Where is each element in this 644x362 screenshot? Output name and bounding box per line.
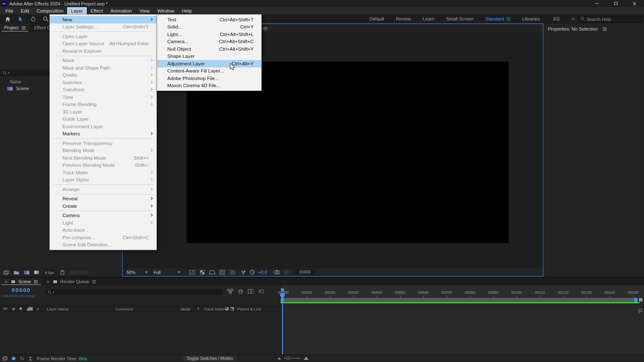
current-time-field[interactable]: 00000	[12, 287, 31, 293]
hand-tool-icon[interactable]	[29, 16, 36, 23]
composition-tab-fragment[interactable]: e)	[263, 26, 267, 31]
menu-item[interactable]: Environment Layer	[50, 123, 156, 130]
menubar-item[interactable]: Help	[178, 7, 196, 14]
layer-name-column[interactable]: Layer Name	[47, 307, 69, 311]
menu-item[interactable]: Frame Blending	[50, 101, 156, 109]
workspace-tab[interactable]: Standard	[480, 14, 517, 23]
workspace-overflow-chevrons-icon[interactable]: »	[567, 16, 579, 22]
workspace-tab-eg[interactable]: EG	[545, 16, 567, 21]
label-color-icon[interactable]	[28, 307, 33, 311]
menu-item[interactable]: Layer Styles	[50, 176, 156, 184]
workspace-tab[interactable]: Learn	[417, 14, 440, 23]
menu-item[interactable]: Solid... Ctrl+Y	[157, 23, 261, 31]
region-of-interest-icon[interactable]	[189, 269, 195, 275]
menu-item[interactable]: Text Ctrl+Alt+Shift+T	[157, 16, 261, 23]
switches-icon[interactable]	[225, 307, 229, 311]
search-options-caret-icon[interactable]	[8, 72, 10, 74]
zoom-out-mountain-icon[interactable]	[278, 357, 281, 359]
menu-item[interactable]: 3D Layer	[50, 108, 156, 116]
transfer-arrows-icon[interactable]	[20, 356, 24, 361]
resolution-dropdown[interactable]: Full	[153, 270, 183, 275]
workspace-tab[interactable]: Review	[390, 14, 417, 23]
menu-item[interactable]: Quality	[50, 72, 156, 79]
zoom-slider-knob[interactable]	[286, 357, 290, 360]
workspace-menu-icon[interactable]	[506, 18, 510, 21]
color-management-icon[interactable]	[241, 270, 246, 275]
transparency-grid-icon[interactable]	[199, 269, 205, 275]
bit-depth-button[interactable]: 8 bpc	[43, 270, 56, 275]
workspace-tab[interactable]: Small Screen	[440, 14, 479, 23]
close-button[interactable]	[625, 0, 644, 7]
parent-link-column[interactable]: Parent & Link	[237, 307, 261, 311]
new-folder-icon[interactable]	[13, 270, 19, 275]
fast-previews-icon[interactable]	[249, 269, 255, 275]
magnification-dropdown[interactable]: 50%	[127, 270, 150, 275]
menu-item[interactable]: Track Matte	[50, 169, 156, 176]
panel-menu-icon[interactable]	[22, 26, 26, 29]
menu-item[interactable]: Open Layer	[50, 33, 156, 40]
menu-item[interactable]: Markers	[50, 130, 156, 138]
menu-item[interactable]: Layer Settings... Ctrl+Shift+Y	[50, 23, 156, 31]
workspace-tab[interactable]: Libraries	[516, 14, 545, 23]
layer-number-column[interactable]: #	[37, 307, 39, 311]
mode-column[interactable]: Mode	[181, 307, 191, 311]
zoom-tool-icon[interactable]	[42, 16, 49, 23]
color-depth-icon[interactable]	[34, 271, 39, 274]
menu-item[interactable]: Create	[50, 202, 156, 210]
panel-menu-icon[interactable]	[603, 28, 607, 31]
sync-status-icon[interactable]	[11, 356, 16, 361]
panel-tab[interactable]: Project	[0, 23, 30, 32]
close-tab-icon[interactable]	[5, 280, 8, 283]
menu-item[interactable]: Maxon Cinema 4D File...	[157, 82, 261, 90]
time-ruler[interactable]: 0000000010000200003000040000500006000070…	[280, 285, 644, 298]
menu-item[interactable]: Reveal	[50, 195, 156, 203]
interpret-footage-icon[interactable]	[3, 270, 9, 275]
minimize-button[interactable]	[587, 0, 606, 7]
mini-flowchart-icon[interactable]	[227, 289, 234, 294]
menu-item[interactable]: Null Object Ctrl+Alt+Shift+Y	[157, 45, 261, 53]
video-eye-icon[interactable]	[3, 307, 8, 311]
solo-icon[interactable]	[19, 307, 23, 311]
menu-item[interactable]: Time	[50, 93, 156, 101]
workspace-tab[interactable]: Default	[364, 14, 390, 23]
motion-blur-icon[interactable]	[258, 289, 265, 294]
track-matte-column[interactable]: Track Matte	[204, 307, 225, 311]
menubar-item[interactable]: View	[135, 7, 153, 14]
menubar-item[interactable]: Window	[153, 7, 178, 14]
menu-item[interactable]: Guide Layer	[50, 116, 156, 123]
menu-item[interactable]: New	[50, 16, 156, 23]
help-search-input[interactable]	[579, 16, 642, 23]
menubar-item[interactable]: Effect	[87, 7, 106, 14]
mask-visibility-icon[interactable]	[219, 269, 226, 275]
comment-column[interactable]: Comment	[116, 307, 133, 311]
menu-item[interactable]: Light	[50, 219, 156, 227]
snapshot-stack-icon[interactable]	[3, 356, 8, 361]
draft-3d-icon[interactable]	[209, 269, 216, 275]
preserve-transparency-column[interactable]: T	[197, 307, 200, 311]
menu-item[interactable]: Auto-trace...	[50, 227, 156, 234]
playhead-top-handle[interactable]	[281, 288, 284, 291]
menubar-item[interactable]: Edit	[17, 7, 33, 14]
menu-item[interactable]: Camera	[50, 212, 156, 220]
menu-item[interactable]: Switches	[50, 79, 156, 86]
audio-speaker-icon[interactable]	[11, 307, 16, 311]
close-tab-icon[interactable]	[47, 280, 49, 283]
menu-item[interactable]: Blending Mode	[50, 147, 156, 155]
new-composition-icon[interactable]	[23, 270, 30, 275]
menu-item[interactable]: Camera... Ctrl+Alt+Shift+C	[157, 38, 261, 46]
menu-item[interactable]: Preserve Transparency	[50, 140, 156, 147]
search-options-caret-icon[interactable]	[53, 292, 55, 293]
menu-item[interactable]: Mask and Shape Path	[50, 64, 156, 72]
menubar-item[interactable]: Layer	[67, 7, 87, 14]
menu-item[interactable]: Transform	[50, 86, 156, 94]
menu-item[interactable]: Adjustment Layer Ctrl+Alt+Y	[157, 60, 261, 67]
restore-button[interactable]	[606, 0, 625, 7]
menu-item[interactable]: Adobe Photoshop File...	[157, 75, 261, 82]
menu-item[interactable]: Open Layer Source Alt+Numpad Enter	[50, 40, 156, 48]
timeline-tab[interactable]: Scene	[0, 278, 42, 285]
timeline-search[interactable]	[45, 289, 223, 295]
menu-item[interactable]: Pre-compose... Ctrl+Shift+C	[50, 234, 156, 241]
menu-item[interactable]: Mask	[50, 57, 156, 65]
zoom-in-mountain-icon[interactable]	[304, 357, 309, 360]
take-snapshot-icon[interactable]	[274, 270, 280, 274]
